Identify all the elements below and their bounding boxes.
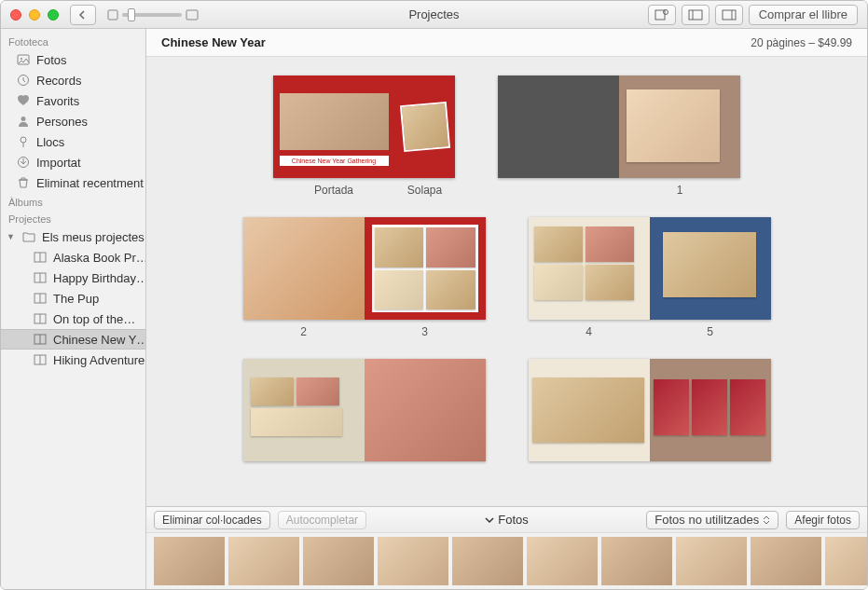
sidebar-item-label: Persones: [36, 115, 88, 129]
book-icon: [33, 352, 48, 367]
page-5[interactable]: [650, 217, 771, 320]
svg-point-11: [21, 117, 26, 121]
page-9[interactable]: [650, 359, 771, 461]
add-photos-button[interactable]: Afegir fotos: [786, 511, 860, 529]
chevron-down-icon: [485, 515, 494, 525]
main-area: Chinese New Year 20 pàgines – $49.99 Chi…: [146, 29, 867, 589]
photo-thumbnail[interactable]: [154, 537, 225, 585]
filter-dropdown[interactable]: Fotos no utilitzades: [646, 511, 778, 529]
clear-placed-button[interactable]: Eliminar col·locades: [154, 511, 270, 529]
page-6[interactable]: [243, 359, 365, 461]
sidebar-project-item-selected[interactable]: Chinese New Y…: [1, 329, 145, 350]
import-icon: [16, 155, 31, 170]
sidebar-project-item[interactable]: The Pup: [1, 288, 145, 309]
spread-8-9[interactable]: [529, 359, 771, 461]
page-inside-cover[interactable]: [498, 75, 619, 178]
sidebar: Fototeca Fotos Records Favorits Persones…: [1, 29, 146, 589]
svg-point-3: [663, 9, 668, 14]
settings-button[interactable]: [648, 5, 676, 25]
minimize-window-button[interactable]: [29, 9, 40, 21]
sidebar-item-places[interactable]: Llocs: [1, 131, 145, 152]
cover-caption: Chinese New Year Gathering: [280, 156, 389, 166]
project-meta: 20 pàgines – $49.99: [751, 36, 852, 49]
zoom-window-button[interactable]: [48, 9, 59, 21]
spread-6-7[interactable]: [243, 359, 486, 461]
buy-book-button[interactable]: Comprar el llibre: [749, 5, 858, 25]
sidebar-project-item[interactable]: On top of the…: [1, 309, 145, 329]
page-label: Solapa: [394, 184, 455, 197]
page-2[interactable]: [243, 217, 365, 320]
spread-2-3[interactable]: 2 3: [243, 217, 486, 338]
pin-icon: [16, 134, 31, 149]
spread-4-5[interactable]: 4 5: [529, 217, 771, 338]
svg-rect-6: [723, 10, 736, 20]
spread-cover[interactable]: Chinese New Year Gathering Portada Solap…: [273, 75, 455, 197]
page-photo: [663, 232, 756, 297]
page-3[interactable]: [365, 217, 486, 320]
page-canvas[interactable]: Chinese New Year Gathering Portada Solap…: [146, 57, 867, 506]
sidebar-item-label: Happy Birthday…: [53, 271, 145, 285]
back-button[interactable]: [70, 5, 96, 25]
page-flap[interactable]: [394, 75, 455, 178]
sidebar-item-people[interactable]: Persones: [1, 111, 145, 131]
sidebar-item-label: Alaska Book Pr…: [53, 251, 145, 265]
sidebar-item-label: Llocs: [36, 135, 64, 149]
photo-thumbnail[interactable]: [751, 537, 821, 585]
sidebar-item-label: Chinese New Y…: [53, 333, 145, 347]
photo-browser: Eliminar col·locades Autocompletar Fotos…: [146, 506, 867, 589]
photo-thumbnail[interactable]: [527, 537, 598, 585]
sidebar-item-favorites[interactable]: Favorits: [1, 90, 145, 111]
photo-thumbnail[interactable]: [452, 537, 523, 585]
book-icon: [33, 332, 48, 347]
page-7[interactable]: [365, 359, 486, 461]
photo-thumbnail[interactable]: [378, 537, 448, 585]
photo-thumbnail[interactable]: [676, 537, 747, 585]
sidebar-item-label: Eliminat recentment: [36, 176, 144, 190]
page-label: 2: [243, 325, 365, 338]
sidebar-item-label: Importat: [36, 156, 81, 170]
sidebar-project-item[interactable]: Hiking Adventure: [1, 350, 145, 370]
spread-1[interactable]: 1: [498, 75, 740, 197]
zoom-slider[interactable]: [122, 13, 182, 17]
sidebar-item-imports[interactable]: Importat: [1, 152, 145, 172]
sidebar-group-my-projects[interactable]: ▼ Els meus projectes: [1, 226, 145, 247]
thumb-large-icon: [186, 9, 199, 21]
stepper-icon: [763, 515, 770, 525]
autocomplete-button[interactable]: Autocompletar: [278, 511, 366, 529]
sidebar-section-projects: Projectes: [1, 210, 145, 226]
page-label: 3: [365, 325, 486, 338]
project-header: Chinese New Year 20 pàgines – $49.99: [146, 29, 867, 57]
page-8[interactable]: [529, 359, 650, 461]
svg-rect-1: [186, 10, 198, 20]
thumb-small-icon: [107, 9, 118, 21]
page-cover[interactable]: Chinese New Year Gathering: [273, 75, 394, 178]
disclosure-triangle-icon[interactable]: ▼: [7, 232, 16, 241]
page-1[interactable]: [619, 75, 740, 178]
thumbnail-strip[interactable]: [146, 533, 867, 589]
sidebar-item-trash[interactable]: Eliminat recentment: [1, 172, 145, 193]
book-icon: [33, 291, 48, 306]
sidebar-section-albums: Àlbums: [1, 193, 145, 210]
sidebar-item-label: On top of the…: [53, 312, 135, 326]
page-label: [498, 184, 619, 197]
photo-thumbnail[interactable]: [825, 537, 867, 585]
photo-thumbnail[interactable]: [303, 537, 374, 585]
page-photo: [627, 89, 720, 162]
sidebar-project-item[interactable]: Alaska Book Pr…: [1, 247, 145, 268]
trash-icon: [16, 175, 31, 190]
sidebar-item-photos[interactable]: Fotos: [1, 49, 145, 70]
sidebar-item-memories[interactable]: Records: [1, 70, 145, 90]
svg-rect-4: [689, 10, 702, 20]
slider-thumb[interactable]: [128, 8, 135, 21]
panel-icon: [722, 9, 737, 21]
sidebar-project-item[interactable]: Happy Birthday…: [1, 268, 145, 288]
page-4[interactable]: [529, 217, 650, 320]
sidebar-item-label: Hiking Adventure: [53, 353, 145, 367]
options-button[interactable]: [715, 5, 743, 25]
app-window: Projectes Comprar el llibre Fototeca Fot…: [0, 0, 868, 590]
close-window-button[interactable]: [10, 9, 21, 21]
photo-thumbnail[interactable]: [228, 537, 299, 585]
photo-thumbnail[interactable]: [601, 537, 672, 585]
layout-button[interactable]: [682, 5, 710, 25]
svg-rect-0: [108, 10, 117, 20]
